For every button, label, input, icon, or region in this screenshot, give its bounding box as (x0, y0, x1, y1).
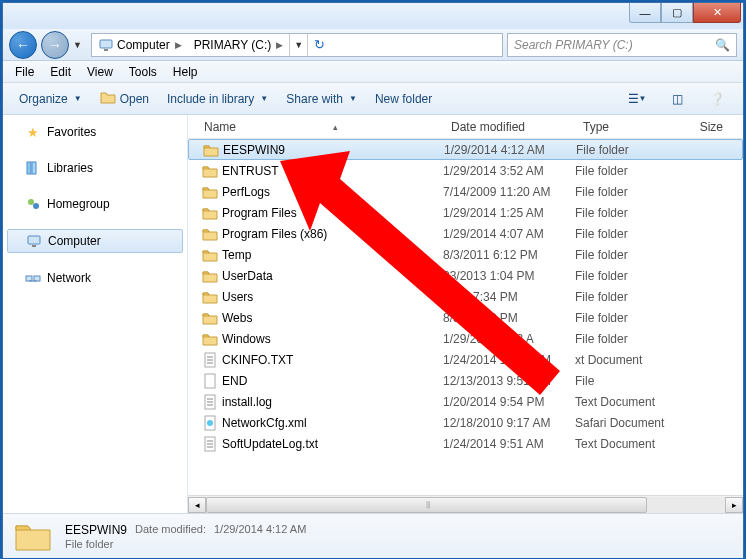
file-name: NetworkCfg.xml (222, 416, 307, 430)
file-name: END (222, 374, 247, 388)
folder-icon (202, 163, 218, 179)
column-name[interactable]: Name ▴ (188, 120, 443, 134)
navigation-bar: ← → ▼ Computer ▶ PRIMARY (C:) ▶ ▼ ↻ Sear… (3, 29, 743, 61)
file-name: EESPWIN9 (223, 143, 285, 157)
file-type: File folder (576, 143, 688, 157)
file-row[interactable]: Users1/24/ 7:34 PMFile folder (188, 286, 743, 307)
file-date: 1/29/2014 1:25 AM (443, 206, 575, 220)
refresh-button[interactable]: ↻ (307, 34, 331, 56)
file-row[interactable]: Webs8/31/2013 PMFile folder (188, 307, 743, 328)
file-type: File folder (575, 185, 687, 199)
column-date[interactable]: Date modified (443, 120, 575, 134)
file-date: 23/2013 1:04 PM (443, 269, 575, 283)
txt-icon (202, 352, 218, 368)
breadcrumb-drive[interactable]: PRIMARY (C:) ▶ (188, 34, 290, 56)
file-row[interactable]: install.log1/20/2014 9:54 PMText Documen… (188, 391, 743, 412)
txt-icon (202, 394, 218, 410)
search-input[interactable]: Search PRIMARY (C:) 🔍 (507, 33, 737, 57)
folder-icon (202, 310, 218, 326)
breadcrumb-label: PRIMARY (C:) (194, 38, 272, 52)
navigation-pane: ★ Favorites Libraries Homegroup (3, 115, 188, 513)
sidebar-homegroup[interactable]: Homegroup (3, 193, 187, 215)
file-date: 1/29/2014 4:07 AM (443, 227, 575, 241)
file-type: File folder (575, 311, 687, 325)
file-name: SoftUpdateLog.txt (222, 437, 318, 451)
file-date: 12/13/2013 9:51 PM (443, 374, 575, 388)
column-headers: Name ▴ Date modified Type Size (188, 115, 743, 139)
libraries-icon (25, 160, 41, 176)
scroll-thumb[interactable] (206, 497, 647, 513)
file-date: 1/29/2014 1:03 A (443, 332, 575, 346)
breadcrumb-computer[interactable]: Computer ▶ (92, 34, 188, 56)
file-row[interactable]: Program Files1/29/2014 1:25 AMFile folde… (188, 202, 743, 223)
forward-button[interactable]: → (41, 31, 69, 59)
scroll-left-button[interactable]: ◂ (188, 497, 206, 513)
file-date: 8/3/2011 6:12 PM (443, 248, 575, 262)
scroll-right-button[interactable]: ▸ (725, 497, 743, 513)
svg-rect-15 (205, 374, 215, 388)
file-row[interactable]: END12/13/2013 9:51 PMFile (188, 370, 743, 391)
back-button[interactable]: ← (9, 31, 37, 59)
svg-point-21 (207, 420, 213, 426)
svg-point-5 (33, 203, 39, 209)
include-library-button[interactable]: Include in library▼ (159, 88, 276, 110)
sidebar-favorites[interactable]: ★ Favorites (3, 121, 187, 143)
file-type: xt Document (575, 353, 687, 367)
file-name: install.log (222, 395, 272, 409)
menu-tools[interactable]: Tools (121, 63, 165, 81)
sidebar-computer[interactable]: Computer (7, 229, 183, 253)
file-row[interactable]: Windows1/29/2014 1:03 AFile folder (188, 328, 743, 349)
scroll-track[interactable] (206, 497, 725, 513)
nav-history-dropdown[interactable]: ▼ (73, 40, 87, 50)
file-row[interactable]: CKINFO.TXT1/24/2014 10:20 PM xt Document (188, 349, 743, 370)
column-type[interactable]: Type (575, 120, 687, 134)
share-button[interactable]: Share with▼ (278, 88, 365, 110)
svg-rect-2 (27, 162, 31, 174)
menu-help[interactable]: Help (165, 63, 206, 81)
folder-icon (202, 226, 218, 242)
file-name: Users (222, 290, 253, 304)
address-bar[interactable]: Computer ▶ PRIMARY (C:) ▶ ▼ ↻ (91, 33, 503, 57)
file-row[interactable]: UserData23/2013 1:04 PMFile folder (188, 265, 743, 286)
file-row[interactable]: EESPWIN91/29/2014 4:12 AMFile folder (188, 139, 743, 160)
computer-icon (26, 233, 42, 249)
menu-file[interactable]: File (7, 63, 42, 81)
menu-view[interactable]: View (79, 63, 121, 81)
folder-icon (202, 289, 218, 305)
file-row[interactable]: Temp8/3/2011 6:12 PMFile folder (188, 244, 743, 265)
svg-rect-3 (32, 162, 36, 174)
details-type: File folder (65, 538, 306, 550)
details-meta-value: 1/29/2014 4:12 AM (214, 523, 306, 537)
file-row[interactable]: NetworkCfg.xml12/18/2010 9:17 AMSafari D… (188, 412, 743, 433)
file-row[interactable]: ENTRUST1/29/2014 3:52 AMFile folder (188, 160, 743, 181)
computer-icon (98, 37, 114, 53)
new-folder-button[interactable]: New folder (367, 88, 440, 110)
file-name: Temp (222, 248, 251, 262)
help-button[interactable]: ❔ (699, 88, 735, 110)
file-date: 1/29/2014 4:12 AM (444, 143, 576, 157)
file-date: 7/14/2009 11:20 AM (443, 185, 575, 199)
file-date: 1/24/ 7:34 PM (443, 290, 575, 304)
maximize-button[interactable]: ▢ (661, 3, 693, 23)
file-row[interactable]: PerfLogs7/14/2009 11:20 AMFile folder (188, 181, 743, 202)
address-dropdown[interactable]: ▼ (289, 34, 307, 56)
minimize-button[interactable]: — (629, 3, 661, 23)
sidebar-libraries[interactable]: Libraries (3, 157, 187, 179)
toolbar: Organize▼ Open Include in library▼ Share… (3, 83, 743, 115)
svg-rect-8 (26, 276, 32, 281)
column-size[interactable]: Size (687, 120, 732, 134)
organize-button[interactable]: Organize▼ (11, 88, 90, 110)
close-button[interactable]: ✕ (693, 3, 741, 23)
file-type: Safari Document (575, 416, 687, 430)
network-icon (25, 270, 41, 286)
preview-pane-button[interactable]: ◫ (659, 88, 695, 110)
sidebar-network[interactable]: Network (3, 267, 187, 289)
file-row[interactable]: Program Files (x86)1/29/2014 4:07 AMFile… (188, 223, 743, 244)
file-icon (202, 373, 218, 389)
file-type: File folder (575, 248, 687, 262)
file-row[interactable]: SoftUpdateLog.txt1/24/2014 9:51 AMText D… (188, 433, 743, 454)
open-button[interactable]: Open (92, 86, 157, 111)
menu-edit[interactable]: Edit (42, 63, 79, 81)
view-options-button[interactable]: ☰ ▼ (619, 88, 655, 110)
file-type: File (575, 374, 687, 388)
